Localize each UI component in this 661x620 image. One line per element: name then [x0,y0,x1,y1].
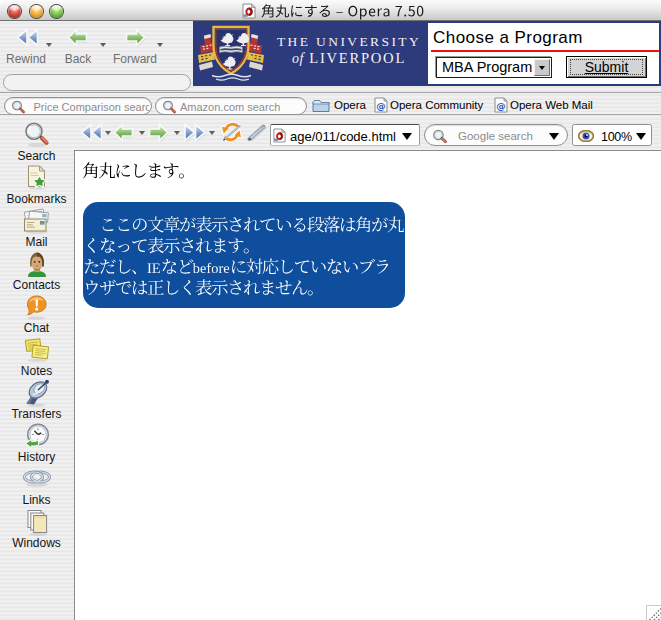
back-dropdown-arrow[interactable] [100,43,106,47]
svg-text:@: @ [376,100,386,111]
sidebar-item-bookmarks[interactable]: Bookmarks [1,165,72,208]
notes-icon [23,337,51,362]
personal-bar: Price Comparison search Amazon.com searc… [0,94,661,115]
bookmarks-icon [24,165,50,190]
resize-grip[interactable] [646,605,661,620]
bookmark-opera[interactable]: Opera [334,99,366,111]
forward-nav-icon[interactable] [148,123,169,142]
bookmark-opera-web-mail[interactable]: Opera Web Mail [510,99,593,111]
mail-icon [21,208,53,234]
sidebar-item-links[interactable]: Links [1,466,72,509]
sidebar-item-notes[interactable]: Notes [1,337,72,380]
eye-icon [578,130,594,142]
search-icon [432,129,447,144]
address-bar: age/011/code.html Google search 100% [0,115,661,150]
rewind-icon[interactable] [16,28,39,47]
forward-icon[interactable] [125,28,146,47]
zoom-button[interactable] [50,5,63,18]
sidebar-item-contacts[interactable]: Contacts [1,251,72,294]
close-button[interactable] [8,5,21,18]
rounded-paragraph [83,202,405,308]
opera-document-icon [242,3,256,19]
title-bar [0,0,661,21]
reload-icon[interactable] [219,121,244,142]
transfers-icon [23,380,51,407]
toolbar-empty-field[interactable] [3,74,191,91]
back-nav-icon[interactable] [113,123,134,142]
back-nav-dropdown[interactable] [139,131,145,135]
price-comparison-search-input[interactable]: Price Comparison search [4,97,152,116]
select-dropdown-button[interactable] [534,59,550,76]
red-rule [431,50,659,53]
zoom-dropdown[interactable] [636,133,646,140]
forward-dropdown-arrow[interactable] [157,43,163,47]
google-search-input[interactable]: Google search [424,124,568,146]
sidebar-item-mail[interactable]: Mail [1,208,72,251]
rewind-nav-icon[interactable] [80,123,103,142]
search-icon [11,100,25,114]
program-select[interactable]: MBA Program [436,57,552,78]
address-dropdown-arrow[interactable] [402,133,412,140]
contacts-icon [24,251,50,277]
back-icon[interactable] [67,28,88,47]
personal-bar-top-separator [0,92,661,93]
zoom-control[interactable]: 100% [572,124,652,146]
google-search-dropdown[interactable] [549,133,559,140]
chat-icon [23,294,50,320]
at-page-icon: @ [494,97,508,113]
history-icon [23,423,51,450]
forward-button-label[interactable]: Forward [113,52,157,66]
page-title [261,0,429,21]
sidebar-item-chat[interactable]: Chat [1,294,72,337]
submit-button[interactable]: Submit [566,56,647,78]
sidebar-item-windows[interactable]: Windows [1,509,72,552]
compose-pencil-icon[interactable] [246,123,268,141]
rewind-dropdown-arrow[interactable] [46,43,52,47]
opera-browser-window: Rewind Back Forward THE UNIVERSITY of LI… [0,0,661,620]
svg-text:@: @ [496,100,506,111]
windows-icon [24,509,50,536]
sidebar-item-search[interactable]: Search [1,122,72,165]
rewind-button-label[interactable]: Rewind [6,52,46,66]
amazon-search-input[interactable]: Amazon.com search [155,97,307,116]
at-page-icon: @ [374,97,388,113]
url-text: age/011/code.html [290,129,396,144]
choose-program-title: Choose a Program [433,28,583,48]
rewind-nav-dropdown[interactable] [105,131,111,135]
search-icon [162,100,176,114]
bookmark-opera-community[interactable]: Opera Community [390,99,483,111]
folder-icon [312,98,330,113]
zoom-value: 100% [601,130,632,144]
sidebar-item-history[interactable]: History [1,423,72,466]
search-icon [23,122,51,148]
minimize-button[interactable] [30,5,43,18]
back-button-label[interactable]: Back [65,52,92,66]
sidebar-item-transfers[interactable]: Transfers [1,380,72,423]
address-field[interactable]: age/011/code.html [270,124,420,146]
banner-ad[interactable]: THE UNIVERSITY of LIVERPOOL Choose a Pro… [193,21,661,86]
banner-form: Choose a Program MBA Program Submit [428,23,659,84]
links-icon [21,466,53,490]
opera-document-icon [273,128,286,143]
forward-nav-dropdown[interactable] [174,131,180,135]
fast-forward-icon[interactable] [183,123,206,142]
page-content [74,150,661,620]
page-heading [83,159,213,183]
fast-forward-dropdown[interactable] [209,131,215,135]
